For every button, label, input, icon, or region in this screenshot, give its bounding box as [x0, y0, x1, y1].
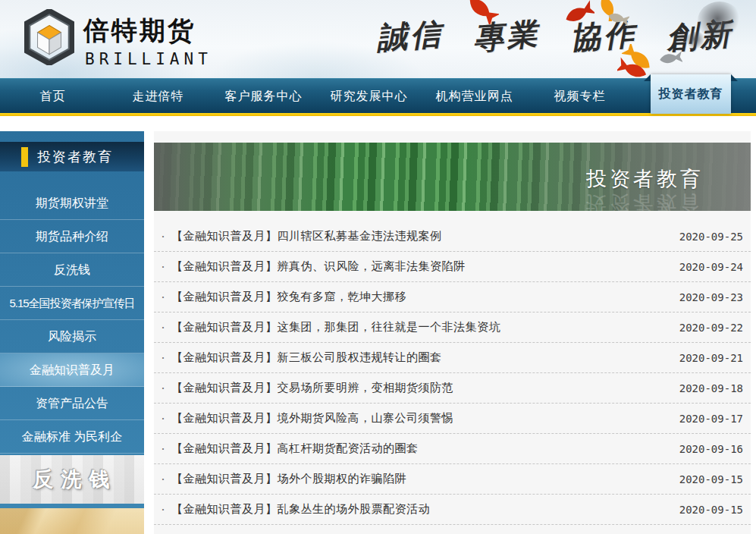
ink-fish-icon — [658, 50, 682, 67]
koi-fish-icon — [464, 0, 499, 24]
sidebar-item[interactable]: 金融标准 为民利企 — [0, 420, 144, 454]
article-title[interactable]: 【金融知识普及月】狡兔有多窟，乾坤大挪移 — [171, 290, 406, 304]
brand-logo[interactable]: 倍特期货 BRILLIANT — [24, 9, 212, 68]
article-row[interactable]: · 【金融知识普及月】乱象丛生的场外股票配资活动 2020-09-15 — [154, 495, 751, 525]
sidebar-item[interactable]: 期货期权讲堂 — [0, 187, 144, 220]
nav-item[interactable]: 机构营业网点 — [422, 79, 527, 114]
article-title[interactable]: 【金融知识普及月】场外个股期权的诈骗陷阱 — [171, 472, 406, 486]
aml-banner-text: 反洗钱 — [27, 466, 118, 493]
sidebar: 投资者教育 期货期权讲堂期货品种介绍反洗钱5.15全国投资者保护宣传日风险揭示金… — [0, 131, 144, 534]
sidebar-item[interactable]: 风险揭示 — [0, 320, 144, 353]
hexagon-cube-logo-icon — [24, 9, 74, 65]
sidebar-menu: 期货期权讲堂期货品种介绍反洗钱5.15全国投资者保护宣传日风险揭示金融知识普及月… — [0, 187, 144, 454]
sidebar-header: 投资者教育 — [0, 142, 144, 171]
bullet-icon: · — [161, 471, 171, 487]
main-navigation: 首页走进倍特客户服务中心研究发展中心机构营业网点视频专栏 投资者教育 — [0, 78, 756, 113]
bullet-icon: · — [161, 441, 171, 457]
content-area: 投资者教育 期货期权讲堂期货品种介绍反洗钱5.15全国投资者保护宣传日风险揭示金… — [0, 116, 756, 534]
article-date: 2020-09-22 — [679, 322, 743, 334]
bullet-icon: · — [161, 501, 171, 517]
page-title: 投资者教育 — [586, 165, 704, 193]
bullet-icon: · — [161, 410, 171, 426]
koi-fish-icon — [563, 0, 594, 27]
gold-promo-banner[interactable] — [0, 508, 144, 534]
sidebar-item[interactable]: 反洗钱 — [0, 253, 144, 287]
article-date: 2020-09-15 — [679, 473, 743, 485]
article-row[interactable]: · 【金融知识普及月】四川辖区私募基金违法违规案例 2020-09-25 — [154, 221, 751, 252]
article-title[interactable]: 【金融知识普及月】境外期货风险高，山寨公司须警惕 — [171, 411, 453, 426]
site-header: 倍特期货 BRILLIANT 誠信專業協作創新 — [0, 0, 756, 78]
bullet-icon: · — [161, 289, 171, 305]
ink-splash — [698, 2, 742, 39]
page-title-reflection: 投资者教育 — [586, 190, 704, 211]
nav-tab-investor-education[interactable]: 投资者教育 — [651, 74, 731, 114]
nav-item[interactable]: 走进倍特 — [105, 79, 211, 114]
sidebar-title: 投资者教育 — [37, 148, 113, 166]
article-title[interactable]: 【金融知识普及月】高杠杆期货配资活动的圈套 — [171, 441, 419, 456]
article-title[interactable]: 【金融知识普及月】乱象丛生的场外股票配资活动 — [171, 502, 430, 517]
article-row[interactable]: · 【金融知识普及月】高杠杆期货配资活动的圈套 2020-09-16 — [154, 434, 751, 464]
article-row[interactable]: · 【金融知识普及月】新三板公司股权违规转让的圈套 2020-09-21 — [154, 343, 751, 373]
anti-money-laundering-banner[interactable]: 反洗钱 — [0, 455, 144, 503]
sidebar-item[interactable]: 5.15全国投资者保护宣传日 — [0, 287, 144, 320]
sidebar-item[interactable]: 金融知识普及月 — [0, 353, 144, 387]
article-date: 2020-09-15 — [679, 504, 743, 516]
article-row[interactable]: · 【金融知识普及月】交易场所要明辨，变相期货须防范 2020-09-18 — [154, 373, 751, 404]
article-list: · 【金融知识普及月】四川辖区私募基金违法违规案例 2020-09-25 · 【… — [154, 221, 751, 525]
brand-text: 倍特期货 BRILLIANT — [83, 9, 212, 68]
slogan-word: 誠信 — [375, 13, 445, 59]
article-date: 2020-09-21 — [679, 352, 743, 364]
article-title[interactable]: 【金融知识普及月】这集团，那集团，往往就是一个非法集资坑 — [171, 320, 500, 335]
article-title[interactable]: 【金融知识普及月】新三板公司股权违规转让的圈套 — [171, 350, 442, 365]
small-fish-icon — [607, 9, 629, 27]
article-title[interactable]: 【金融知识普及月】四川辖区私募基金违法违规案例 — [171, 229, 442, 243]
article-date: 2020-09-23 — [679, 291, 743, 303]
article-date: 2020-09-16 — [679, 443, 743, 455]
bullet-icon: · — [161, 380, 171, 396]
bamboo-banner: 投资者教育 投资者教育 — [154, 143, 751, 211]
nav-item[interactable]: 研究发展中心 — [316, 79, 422, 114]
article-row[interactable]: · 【金融知识普及月】这集团，那集团，往往就是一个非法集资坑 2020-09-2… — [154, 313, 751, 343]
nav-item[interactable]: 客户服务中心 — [211, 79, 316, 114]
article-row[interactable]: · 【金融知识普及月】境外期货风险高，山寨公司须警惕 2020-09-17 — [154, 404, 751, 434]
main-panel: 投资者教育 投资者教育 · 【金融知识普及月】四川辖区私募基金违法违规案例 20… — [154, 131, 751, 534]
bullet-icon: · — [161, 228, 171, 244]
article-date: 2020-09-24 — [679, 261, 743, 273]
article-title[interactable]: 【金融知识普及月】辨真伪、识风险，远离非法集资陷阱 — [171, 259, 466, 274]
article-row[interactable]: · 【金融知识普及月】场外个股期权的诈骗陷阱 2020-09-15 — [154, 464, 751, 495]
article-date: 2020-09-18 — [679, 382, 743, 394]
sidebar-item[interactable]: 资管产品公告 — [0, 387, 144, 420]
brand-latin: BRILLIANT — [85, 50, 212, 68]
nav-item[interactable]: 视频专栏 — [527, 79, 632, 114]
nav-item[interactable]: 首页 — [0, 79, 105, 114]
article-title[interactable]: 【金融知识普及月】交易场所要明辨，变相期货须防范 — [171, 381, 453, 395]
yellow-marker — [21, 147, 28, 167]
article-date: 2020-09-25 — [679, 231, 743, 243]
nav-items: 首页走进倍特客户服务中心研究发展中心机构营业网点视频专栏 — [0, 79, 632, 114]
article-row[interactable]: · 【金融知识普及月】狡兔有多窟，乾坤大挪移 2020-09-23 — [154, 282, 751, 313]
brand-name: 倍特期货 — [83, 14, 212, 49]
bullet-icon: · — [161, 319, 171, 335]
article-row[interactable]: · 【金融知识普及月】辨真伪、识风险，远离非法集资陷阱 2020-09-24 — [154, 252, 751, 282]
sidebar-item[interactable]: 期货品种介绍 — [0, 220, 144, 253]
bullet-icon: · — [161, 350, 171, 366]
ink-splash — [686, 32, 706, 49]
bullet-icon: · — [161, 259, 171, 275]
article-date: 2020-09-17 — [679, 413, 743, 425]
